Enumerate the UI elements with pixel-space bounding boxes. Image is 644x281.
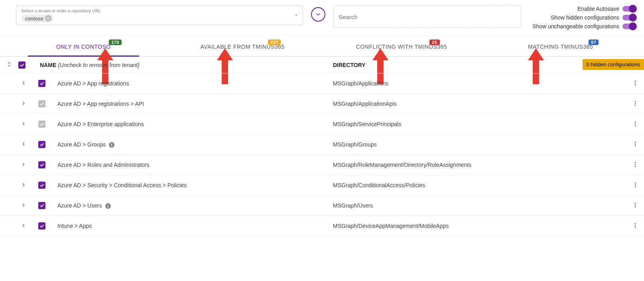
more-icon[interactable] xyxy=(632,141,638,148)
row-checkbox[interactable] xyxy=(38,202,45,209)
table-row: Azure AD > Security > Conditional Access… xyxy=(0,175,644,196)
row-directory: MSGraph/RoleManagement/Directory/RoleAss… xyxy=(333,162,471,168)
row-checkbox[interactable] xyxy=(38,222,45,230)
svg-point-20 xyxy=(635,206,636,208)
chevron-right-icon[interactable] xyxy=(21,223,29,230)
search-input-wrapper[interactable] xyxy=(333,6,521,28)
row-checkbox[interactable] xyxy=(38,141,45,148)
row-name: Azure AD > App registrations > API xyxy=(57,101,144,107)
chevron-right-icon[interactable] xyxy=(21,202,29,209)
row-name: Azure AD > Users i xyxy=(57,202,111,209)
tab-badge: 25 xyxy=(429,40,439,45)
chevron-right-icon[interactable] xyxy=(21,80,29,87)
unchangeable-toggle[interactable] xyxy=(622,24,636,29)
tab-only-in-contoso[interactable]: ONLY IN CONTOSO 170 xyxy=(4,38,163,56)
column-directory-header: DIRECTORY xyxy=(333,62,366,68)
table-row: Azure AD > Roles and AdministratorsMSGra… xyxy=(0,155,644,175)
row-checkbox[interactable] xyxy=(38,182,45,189)
row-checkbox[interactable] xyxy=(38,80,45,87)
row-directory: MSGraph/Groups xyxy=(333,141,377,148)
autosave-toggle-row: Enable Autosave xyxy=(577,6,636,12)
svg-point-12 xyxy=(635,162,636,163)
autosave-label: Enable Autosave xyxy=(577,6,619,12)
column-name-text: NAME xyxy=(40,62,56,68)
more-icon[interactable] xyxy=(632,161,638,169)
tab-label: ONLY IN CONTOSO xyxy=(56,44,111,50)
chevron-right-icon[interactable] xyxy=(21,101,29,107)
tab-conflicting-with-tminus365[interactable]: CONFLICTING WITH TMINUS365 25 xyxy=(322,38,481,56)
more-icon[interactable] xyxy=(632,222,638,230)
expand-button[interactable] xyxy=(311,7,325,22)
row-checkbox[interactable] xyxy=(38,100,45,107)
row-directory: MSGraph/Applications xyxy=(333,80,388,87)
svg-point-0 xyxy=(635,81,636,82)
select-all-checkbox[interactable] xyxy=(18,61,26,69)
hidden-toggle[interactable] xyxy=(622,15,636,20)
table-row: Azure AD > Enterprise applicationsMSGrap… xyxy=(0,114,644,135)
row-directory: MSGraph/ConditionalAccess/Policies xyxy=(333,182,425,188)
chevron-right-icon[interactable] xyxy=(21,162,29,168)
more-icon[interactable] xyxy=(632,80,638,87)
svg-point-17 xyxy=(635,186,636,187)
search-input[interactable] xyxy=(339,14,516,20)
svg-point-22 xyxy=(635,225,636,226)
tab-label: MATCHING TMINUS365 xyxy=(528,44,593,50)
autosave-toggle[interactable] xyxy=(622,6,636,12)
svg-point-3 xyxy=(635,101,636,102)
top-bar: Select a tenant or enter a repository UR… xyxy=(0,0,644,36)
svg-point-4 xyxy=(635,103,636,104)
svg-point-8 xyxy=(635,125,636,126)
table-row: Azure AD > App registrations > APIMSGrap… xyxy=(0,94,644,114)
info-icon[interactable]: i xyxy=(105,203,111,209)
tenant-chip: contoso ✕ xyxy=(21,14,54,22)
svg-point-11 xyxy=(635,145,636,146)
table-row: Azure AD > Users iMSGraph/Users xyxy=(0,196,644,216)
svg-point-1 xyxy=(635,82,636,83)
tab-badge: 170 xyxy=(109,40,122,45)
row-checkbox[interactable] xyxy=(38,161,45,168)
hidden-configs-badge: 0 hidden configurations xyxy=(583,59,644,70)
table-body: Azure AD > App registrationsMSGraph/Appl… xyxy=(0,73,644,236)
svg-point-18 xyxy=(635,203,636,204)
more-icon[interactable] xyxy=(632,202,638,210)
row-name: Azure AD > Roles and Administrators xyxy=(57,162,150,168)
svg-point-6 xyxy=(635,121,636,123)
table-row: Intune > AppsMSGraph/DeviceAppManagement… xyxy=(0,216,644,236)
info-icon[interactable]: i xyxy=(109,142,114,148)
more-icon[interactable] xyxy=(632,121,638,128)
chevron-right-icon[interactable] xyxy=(21,121,29,128)
tenant-chip-label: contoso xyxy=(25,16,43,22)
column-name-header: NAME (Uncheck to remove from tenant) xyxy=(40,62,140,68)
more-icon[interactable] xyxy=(632,100,638,108)
svg-point-16 xyxy=(635,184,636,185)
svg-point-19 xyxy=(635,204,636,206)
row-directory: MSGraph/DeviceAppManagement/MobileApps xyxy=(333,223,449,229)
chevron-right-icon[interactable] xyxy=(21,141,29,148)
tab-matching-tminus365[interactable]: MATCHING TMINUS365 97 xyxy=(481,38,640,56)
tenant-select-label: Select a tenant or enter a repository UR… xyxy=(21,8,289,14)
row-checkbox[interactable] xyxy=(38,121,45,128)
row-name: Azure AD > Enterprise applications xyxy=(57,121,144,127)
hidden-label: Show hidden configurations xyxy=(551,14,619,21)
svg-point-9 xyxy=(635,142,636,143)
row-name: Azure AD > Groups i xyxy=(57,141,114,148)
row-name: Intune > Apps xyxy=(57,223,92,229)
more-icon[interactable] xyxy=(632,182,638,189)
tenant-select[interactable]: Select a tenant or enter a repository UR… xyxy=(16,6,303,25)
sort-icon[interactable] xyxy=(6,61,12,69)
table-header: NAME (Uncheck to remove from tenant) DIR… xyxy=(0,57,644,73)
row-name: Azure AD > Security > Conditional Access… xyxy=(57,182,187,188)
tab-badge: 237 xyxy=(268,40,281,45)
chevron-right-icon[interactable] xyxy=(21,182,29,189)
unchangeable-toggle-row: Show unchangeable configurations xyxy=(532,23,636,30)
tab-available-from-tminus365[interactable]: AVAILABLE FROM TMINUS365 237 xyxy=(163,38,322,56)
row-directory: MSGraph/ApplicationApis xyxy=(333,101,397,107)
caret-down-icon[interactable] xyxy=(294,12,299,19)
close-icon[interactable]: ✕ xyxy=(45,15,51,22)
svg-point-7 xyxy=(635,123,636,124)
svg-point-13 xyxy=(635,164,636,165)
table-row: Azure AD > Groups iMSGraph/Groups xyxy=(0,135,644,155)
svg-point-10 xyxy=(635,143,636,144)
row-directory: MSGraph/ServicePrincipals xyxy=(333,121,401,127)
table-row: Azure AD > App registrationsMSGraph/Appl… xyxy=(0,73,644,94)
